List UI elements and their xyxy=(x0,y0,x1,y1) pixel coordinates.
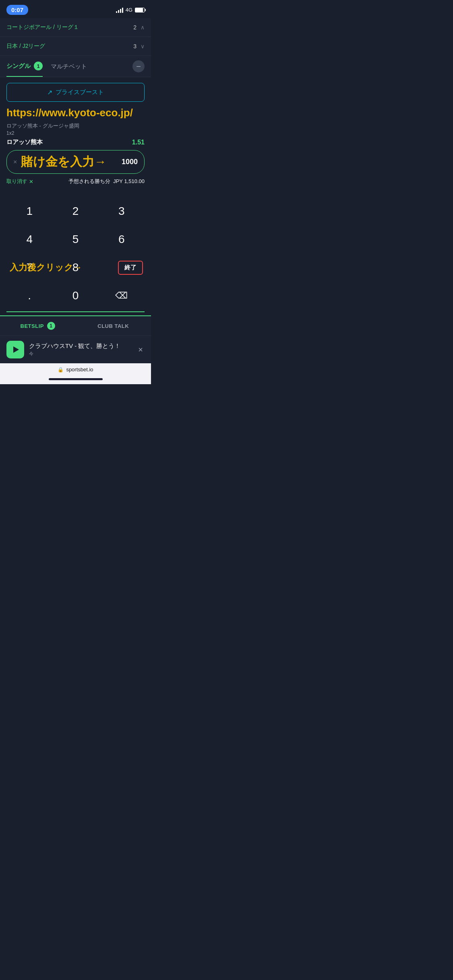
nav-betslip[interactable]: BETSLIP 1 xyxy=(0,316,76,336)
tab-single-label: シングル xyxy=(6,62,31,70)
numpad-key-dot[interactable]: . xyxy=(6,282,52,310)
undo-button[interactable]: 取り消す ✕ xyxy=(6,178,33,185)
league-name-2: 日本 / J2リーグ xyxy=(6,43,45,50)
undo-label: 取り消す xyxy=(6,178,27,185)
numpad-rows: 1 2 3 4 5 6 入力後クリック→ 7 8 終了 . 0 ⌫ xyxy=(6,197,145,310)
signal-bars xyxy=(116,7,123,13)
numpad-key-7[interactable]: 入力後クリック→ 7 xyxy=(6,253,52,282)
bet-type: 1x2 xyxy=(6,130,145,136)
annotation-after-input: 入力後クリック→ xyxy=(10,261,82,274)
league-right-1: 2 ∧ xyxy=(133,24,145,31)
league-row-2[interactable]: 日本 / J2リーグ 3 ∨ xyxy=(0,37,151,56)
bet-selection-row: ロアッソ熊本 1.51 xyxy=(6,138,145,146)
numpad-key-1[interactable]: 1 xyxy=(6,197,52,225)
numpad-key-5[interactable]: 5 xyxy=(52,225,98,253)
status-bar: 0:07 4G xyxy=(0,0,151,18)
bet-input-row[interactable]: × 賭け金を入力→ 1000 xyxy=(6,150,145,174)
expected-label: 予想される勝ち分 xyxy=(68,178,110,184)
banner-text: クラブハウスTV - 観て、勝とう！ 今 xyxy=(29,342,132,357)
league-count-2: 3 xyxy=(133,43,137,49)
bet-actions-row: 取り消す ✕ 予想される勝ち分 JPY 1,510.00 xyxy=(6,178,145,185)
numpad-key-6[interactable]: 6 xyxy=(99,225,145,253)
undo-x-icon: ✕ xyxy=(29,179,33,185)
chevron-down-icon-2: ∨ xyxy=(141,43,145,49)
expected-win: 予想される勝ち分 JPY 1,510.00 xyxy=(68,178,145,185)
browser-url[interactable]: sportsbet.io xyxy=(66,366,93,373)
numpad-divider xyxy=(6,311,145,312)
status-right: 4G xyxy=(116,7,145,13)
play-button[interactable] xyxy=(6,341,24,358)
bet-match: ロアッソ熊本 - グルージャ盛岡 xyxy=(6,122,145,130)
network-type: 4G xyxy=(126,7,132,13)
numpad-key-3[interactable]: 3 xyxy=(99,197,145,225)
boost-arrow-icon: ↗ xyxy=(47,89,52,96)
league-count-1: 2 xyxy=(133,24,137,31)
minus-button[interactable]: − xyxy=(132,60,145,72)
league-name-1: コートジボアール / リーグ１ xyxy=(6,24,79,31)
status-time: 0:07 xyxy=(6,5,28,15)
numpad-key-backspace[interactable]: ⌫ xyxy=(99,282,145,310)
banner-title: クラブハウスTV - 観て、勝とう！ xyxy=(29,342,132,350)
betslip-badge: 1 xyxy=(47,322,55,330)
home-bar xyxy=(49,378,103,380)
main-content: ↗ プライスブースト https://www.kyoto-eco.jp/ ロアッ… xyxy=(0,77,151,197)
bet-odds: 1.51 xyxy=(132,139,145,146)
banner-time: 今 xyxy=(29,351,132,357)
tab-single-badge: 1 xyxy=(34,62,43,70)
expected-value: JPY 1,510.00 xyxy=(113,178,145,184)
numpad-key-2[interactable]: 2 xyxy=(52,197,98,225)
price-boost-button[interactable]: ↗ プライスブースト xyxy=(6,83,145,102)
bet-amount: 1000 xyxy=(122,158,138,166)
betslip-label: BETSLIP xyxy=(21,323,44,329)
league-right-2: 3 ∨ xyxy=(133,43,145,49)
home-indicator xyxy=(0,376,151,384)
url-overlay: https://www.kyoto-eco.jp/ xyxy=(6,107,145,119)
browser-bar: 🔒 sportsbet.io xyxy=(0,363,151,376)
numpad: 1 2 3 4 入力後クリック→ 5 6 1 2 3 4 5 6 入力後クリック… xyxy=(0,197,151,315)
numpad-key-9[interactable]: 終了 xyxy=(99,253,145,282)
play-triangle-icon xyxy=(13,346,19,353)
battery-icon xyxy=(135,8,145,12)
clubtalk-label: CLUB TALK xyxy=(97,323,129,329)
done-button[interactable]: 終了 xyxy=(118,261,143,275)
clear-bet-icon[interactable]: × xyxy=(13,159,17,166)
price-boost-label: プライスブースト xyxy=(56,89,104,96)
bottom-nav: BETSLIP 1 CLUB TALK xyxy=(0,315,151,336)
lock-icon: 🔒 xyxy=(58,367,64,373)
league-row-1[interactable]: コートジボアール / リーグ１ 2 ∧ xyxy=(0,18,151,37)
banner-close-button[interactable]: × xyxy=(137,344,145,356)
clubhouse-banner: クラブハウスTV - 観て、勝とう！ 今 × xyxy=(0,336,151,363)
tab-multi[interactable]: マルチベット xyxy=(51,57,132,76)
bet-selection-name: ロアッソ熊本 xyxy=(6,138,43,146)
tab-single[interactable]: シングル 1 xyxy=(6,56,43,77)
numpad-key-4[interactable]: 4 xyxy=(6,225,52,253)
bet-input-label: 賭け金を入力→ xyxy=(21,154,122,170)
nav-clubtalk[interactable]: CLUB TALK xyxy=(76,316,151,336)
bet-tabs: シングル 1 マルチベット − xyxy=(0,56,151,77)
chevron-up-icon-1: ∧ xyxy=(141,24,145,31)
numpad-key-0[interactable]: 0 xyxy=(52,282,98,310)
